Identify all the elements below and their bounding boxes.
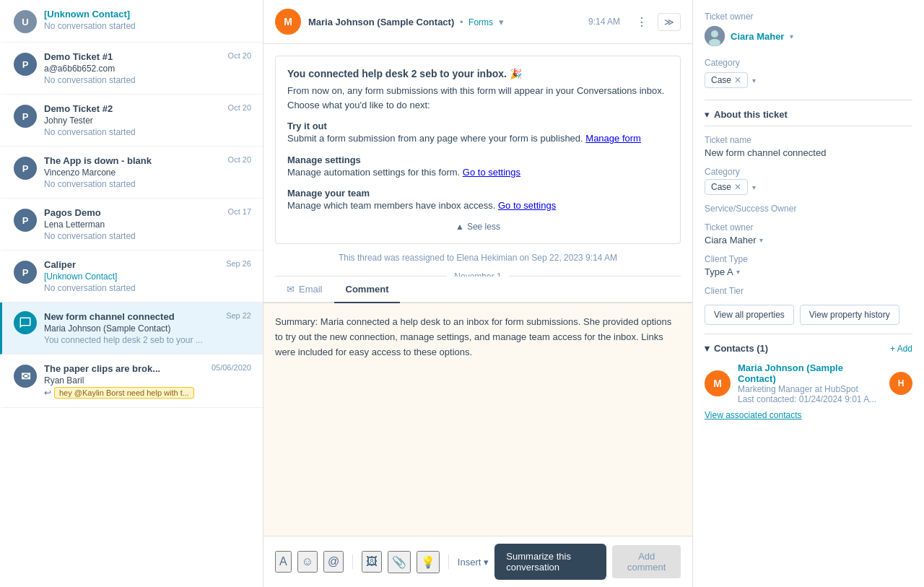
- ticket-header: The paper clips are brok... 05/06/2020: [44, 363, 251, 374]
- ticket-content: Demo Ticket #2 Oct 20 Johny Tester No co…: [44, 103, 251, 137]
- manage-settings-section: Manage settings Manage automation settin…: [287, 155, 668, 180]
- category-section-top: Category Case ✕ ▾: [705, 58, 912, 88]
- contact-name[interactable]: Maria Johnson (Sample Contact): [738, 362, 882, 384]
- owner-dropdown-icon[interactable]: ▾: [790, 32, 793, 40]
- summarize-button[interactable]: Summarize this conversation: [494, 544, 606, 580]
- ticket-avatar: U: [14, 10, 37, 33]
- go-to-settings-link-1[interactable]: Go to settings: [463, 167, 520, 178]
- ticket-contact: Lena Letterman: [44, 219, 251, 230]
- view-all-properties-button[interactable]: View all properties: [705, 305, 794, 325]
- add-comment-button[interactable]: Add comment: [612, 545, 681, 578]
- ticket-content: The App is down - blank Oct 20 Vincenzo …: [44, 155, 251, 189]
- image-button[interactable]: 🖼: [362, 551, 382, 573]
- ticket-header: Demo Ticket #2 Oct 20: [44, 103, 251, 114]
- ticket-owner-label: Ticket owner: [705, 12, 912, 22]
- conversation-meta: Maria Johnson (Sample Contact) • Forms ▾: [308, 17, 581, 27]
- attachment-button[interactable]: 📎: [388, 551, 411, 573]
- ticket-avatar: P: [14, 105, 37, 128]
- go-to-settings-link-2[interactable]: Go to settings: [498, 200, 556, 211]
- sender-name: Maria Johnson (Sample Contact): [308, 17, 454, 27]
- ticket-contact: Vincenzo Marcone: [44, 168, 251, 178]
- view-associated-contacts-link[interactable]: View associated contacts: [705, 410, 912, 420]
- sidebar-item-caliper[interactable]: P Caliper Sep 26 [Unknown Contact] No co…: [0, 251, 263, 303]
- ticket-name-field: Ticket name New form channel connected: [705, 135, 912, 158]
- snippet-button[interactable]: 💡: [417, 551, 440, 573]
- editor-toolbar: A ☺ @ 🖼 📎 💡 Insert ▾ Summarize this conv…: [263, 536, 692, 587]
- about-ticket-collapse[interactable]: ▾ About this ticket: [705, 109, 912, 126]
- ticket-owner-field: Ticket owner Ciara Maher ▾: [705, 222, 912, 245]
- category-row: Case ✕ ▾: [705, 72, 912, 88]
- reply-badge: hey @Kaylin Borst need help with t...: [54, 387, 194, 399]
- ticket-header: Pagos Demo Oct 17: [44, 207, 251, 218]
- ticket-preview: ↩ hey @Kaylin Borst need help with t...: [44, 387, 251, 399]
- ticket-date: Oct 17: [228, 207, 251, 216]
- ticket-preview: No conversation started: [44, 75, 251, 85]
- sidebar-item-pagos-demo[interactable]: P Pagos Demo Oct 17 Lena Letterman No co…: [0, 199, 263, 251]
- ticket-preview: No conversation started: [44, 127, 251, 137]
- sidebar-item-new-form-channel[interactable]: New form channel connected Sep 22 Maria …: [0, 303, 263, 355]
- see-less-button[interactable]: ▲ See less: [287, 222, 668, 232]
- sidebar-item-paper-clips[interactable]: ✉ The paper clips are brok... 05/06/2020…: [0, 355, 263, 408]
- ticket-title: The App is down - blank: [44, 155, 152, 166]
- email-avatar: ✉: [14, 365, 37, 388]
- contact-card: M Maria Johnson (Sample Contact) Marketi…: [705, 362, 912, 404]
- category-dropdown-icon[interactable]: ▾: [752, 77, 756, 84]
- sidebar-item-demo-ticket-1[interactable]: P Demo Ticket #1 Oct 20 a@a6b6b652.com N…: [0, 43, 263, 95]
- sidebar-item-demo-ticket-2[interactable]: P Demo Ticket #2 Oct 20 Johny Tester No …: [0, 95, 263, 147]
- view-buttons-row: View all properties View property histor…: [705, 305, 912, 325]
- service-owner-label: Service/Success Owner: [705, 204, 912, 214]
- client-type-value: Type A: [705, 266, 733, 277]
- collapse-conversation-button[interactable]: ≫: [658, 13, 681, 31]
- contacts-collapse-icon: ▾: [705, 343, 710, 354]
- try-it-out-section: Try it out Submit a form submission from…: [287, 121, 668, 146]
- right-panel: Ticket owner Ciara Maher ▾ Category Case…: [693, 0, 924, 587]
- client-type-dropdown-icon[interactable]: ▾: [736, 268, 740, 276]
- ticket-contact: Johny Tester: [44, 116, 251, 126]
- ticket-header: Caliper Sep 26: [44, 259, 251, 270]
- ticket-owner-dropdown-icon[interactable]: ▾: [759, 236, 763, 244]
- category-dropdown-icon-2[interactable]: ▾: [752, 183, 756, 191]
- contact-hubspot-icon: H: [889, 372, 912, 395]
- message-more-button[interactable]: ⋮: [633, 12, 650, 32]
- category-remove-button-2[interactable]: ✕: [734, 182, 741, 192]
- source-dropdown-icon[interactable]: ▾: [499, 17, 504, 27]
- ticket-preview: No conversation started: [44, 179, 251, 189]
- at-mention-button[interactable]: @: [323, 551, 344, 573]
- messages-area: You connected help desk 2 seb to your in…: [263, 44, 692, 277]
- owner-name[interactable]: Ciara Maher: [731, 31, 784, 42]
- message-source: Forms: [468, 17, 493, 27]
- sidebar-item-unknown-contact[interactable]: U [Unknown Contact] No conversation star…: [0, 0, 263, 43]
- sidebar-item-app-down[interactable]: P The App is down - blank Oct 20 Vincenz…: [0, 147, 263, 199]
- text-format-button[interactable]: A: [275, 551, 292, 573]
- conversation-main: M Maria Johnson (Sample Contact) • Forms…: [263, 0, 693, 587]
- category-field: Category Case ✕ ▾: [705, 167, 912, 195]
- tab-email[interactable]: ✉ Email: [275, 277, 334, 303]
- manage-team-text: Manage which team members have inbox acc…: [287, 199, 668, 213]
- ticket-name-label: Ticket name: [705, 135, 912, 145]
- manage-form-link[interactable]: Manage form: [585, 133, 641, 144]
- tab-comment[interactable]: Comment: [334, 277, 401, 303]
- ticket-avatar: P: [14, 157, 37, 180]
- insert-button[interactable]: Insert ▾: [458, 557, 489, 568]
- client-tier-field: Client Tier: [705, 286, 912, 296]
- view-property-history-button[interactable]: View property history: [800, 305, 899, 325]
- ticket-contact: [Unknown Contact]: [44, 271, 251, 282]
- ticket-avatar: P: [14, 261, 37, 284]
- owner-row: Ciara Maher ▾: [705, 26, 912, 46]
- ticket-content: Caliper Sep 26 [Unknown Contact] No conv…: [44, 259, 251, 293]
- category-remove-button[interactable]: ✕: [734, 75, 741, 85]
- try-it-out-heading: Try it out: [287, 121, 668, 131]
- client-type-dropdown: Type A ▾: [705, 266, 912, 277]
- add-contact-link[interactable]: + Add: [890, 344, 912, 354]
- ticket-contact: Maria Johnson (Sample Contact): [44, 323, 251, 334]
- email-icon-small: ✉: [287, 284, 295, 295]
- emoji-button[interactable]: ☺: [297, 551, 318, 573]
- ticket-date: Sep 26: [226, 259, 251, 268]
- owner-avatar: [705, 26, 725, 46]
- category-row-2: Case ✕ ▾: [705, 179, 912, 195]
- toolbar-separator-2: [448, 555, 449, 569]
- chat-icon: [14, 311, 37, 334]
- contacts-section-header[interactable]: ▾ Contacts (1) + Add: [705, 343, 912, 354]
- client-type-label: Client Type: [705, 254, 912, 264]
- ticket-title: Caliper: [44, 259, 76, 270]
